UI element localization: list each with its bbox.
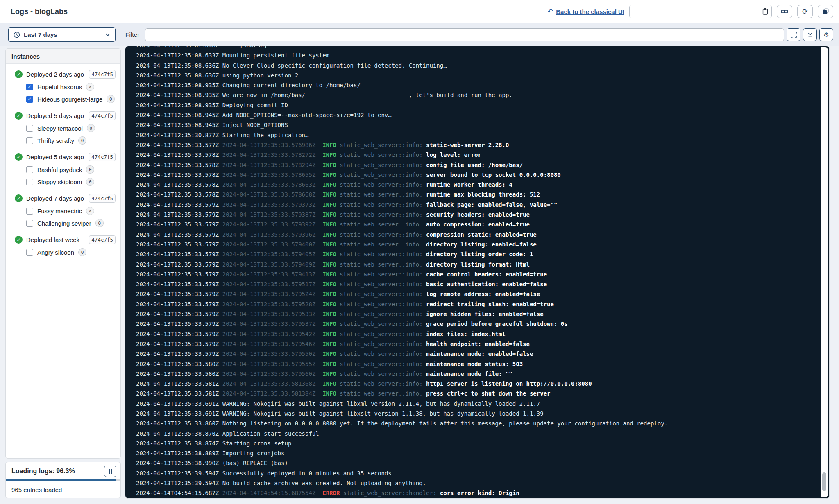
log-line: 2024-04-13T12:35:38.874Z Starting crons …: [136, 438, 819, 448]
deployment-group-row: ✓Deployed 5 days ago474c7f5: [6, 151, 120, 163]
instance-name[interactable]: Thrifty scrafty: [37, 137, 74, 144]
log-timestamp: 2024-04-13T12:35:33.578Z: [136, 172, 219, 178]
log-message: http1 server is listening on http://0.0.…: [426, 380, 592, 387]
log-message: Add NODE_OPTIONS=--max-old-space-size=19…: [222, 112, 392, 118]
log-level: INFO: [322, 281, 336, 287]
log-module: static_web_server::info:: [340, 301, 422, 307]
instance-name[interactable]: Sloppy skiploom: [37, 179, 82, 185]
instance-name[interactable]: Hopeful haxorus: [37, 84, 82, 90]
scroll-bottom-icon: [807, 32, 813, 37]
log-message: WARNING: Nokogiri was built against libx…: [222, 400, 540, 407]
deployment-group-row: ✓Deployed 5 days ago474c7f5: [6, 109, 120, 122]
instance-checkbox[interactable]: ✓: [26, 96, 33, 103]
instance-count-badge: 0: [78, 136, 86, 145]
log-line: 2024-04-13T12:35:33.579Z 2024-04-13T12:3…: [136, 230, 819, 240]
log-level: INFO: [322, 231, 336, 238]
log-line: 2024-04-13T12:35:08.935Z We are now in /…: [136, 90, 819, 100]
pause-loading-button[interactable]: [104, 466, 116, 477]
instance-checkbox[interactable]: ✓: [26, 84, 33, 90]
log-level: INFO: [322, 361, 336, 367]
filter-input[interactable]: [145, 28, 784, 41]
log-message: Starting the application…: [222, 132, 309, 138]
log-module: static_web_server::info:: [340, 181, 422, 188]
instance-name[interactable]: Bashful psyduck: [37, 166, 82, 173]
log-inner-timestamp: 2024-04-13T12:35:33.579400Z: [222, 241, 316, 248]
instance-checkbox[interactable]: [26, 249, 33, 256]
log-line: 2024-04-13T12:35:33.691Z WARNING: Nokogi…: [136, 409, 819, 418]
deployment-group-row: ✓Deployed 2 days ago474c7f5: [6, 68, 120, 81]
back-to-classical-ui-link[interactable]: ↶ Back to the classical UI: [547, 8, 624, 15]
refresh-button[interactable]: ⟳: [797, 5, 813, 18]
instance-checkbox[interactable]: [26, 166, 33, 173]
log-timestamp: 2024-04-13T12:35:33.580Z: [136, 361, 219, 367]
commit-hash-badge: 474c7f5: [89, 70, 116, 79]
deployed-check-icon: ✓: [15, 112, 23, 120]
duplicate-view-button[interactable]: [818, 5, 833, 18]
instance-count-badge: 0: [87, 124, 95, 132]
instance-name[interactable]: Challenging seviper: [37, 220, 91, 227]
log-timestamp: 2024-04-13T12:35:39.594Z: [136, 470, 219, 477]
log-timestamp: 2024-04-13T12:35:08.935Z: [136, 102, 219, 108]
log-level: INFO: [322, 201, 336, 208]
instance-checkbox[interactable]: [26, 137, 33, 144]
log-message: No Clever Cloud specific configuration f…: [222, 62, 447, 69]
console-scrollbar-thumb[interactable]: [822, 472, 826, 491]
log-module: static_web_server::info:: [340, 172, 422, 178]
date-range-dropdown[interactable]: Last 7 days: [8, 27, 116, 42]
log-message: redirect trailing slash: enabled=true: [426, 301, 554, 307]
clipboard-icon[interactable]: [762, 8, 768, 15]
commit-hash-badge: 474c7f5: [89, 111, 116, 120]
log-timestamp: 2024-04-13T12:35:33.691Z: [136, 410, 219, 417]
instance-checkbox[interactable]: [26, 125, 33, 132]
log-inner-timestamp: 2024-04-13T12:35:33.578655Z: [222, 172, 316, 178]
log-timestamp: 2024-04-13T12:35:33.578Z: [136, 191, 219, 198]
pause-icon: [109, 469, 110, 474]
log-module: static_web_server::info:: [340, 271, 422, 278]
instance-row: Thrifty scrafty0: [6, 134, 120, 147]
instance-checkbox[interactable]: [26, 179, 33, 185]
instance-checkbox[interactable]: [26, 220, 33, 227]
instance-name[interactable]: Fussy manectric: [37, 208, 82, 215]
log-level: INFO: [322, 142, 336, 148]
instance-checkbox[interactable]: [26, 208, 33, 215]
log-module: static_web_server::info:: [340, 380, 422, 387]
log-message: cors error kind: Origin: [440, 490, 519, 496]
header-search-input[interactable]: [633, 8, 762, 15]
log-inner-timestamp: 2024-04-13T12:35:33.579555Z: [222, 361, 316, 367]
log-line: 2024-04-13T12:35:33.579Z 2024-04-13T12:3…: [136, 289, 819, 299]
log-level: INFO: [322, 301, 336, 307]
log-inner-timestamp: 2024-04-13T12:35:33.579546Z: [222, 341, 316, 347]
fullscreen-icon: [791, 32, 797, 38]
log-message: Starting crons setup: [222, 440, 292, 447]
log-line: 2024-04-13T12:35:33.580Z 2024-04-13T12:3…: [136, 369, 819, 379]
scroll-to-bottom-button[interactable]: [803, 28, 817, 41]
log-module: static_web_server::info:: [340, 350, 422, 357]
log-module: static_web_server::info:: [340, 281, 422, 287]
copy-link-button[interactable]: [777, 5, 792, 18]
deployment-label: Deployed last week: [26, 236, 79, 243]
log-timestamp: 2024-04-13T12:35:33.581Z: [136, 380, 219, 387]
instance-name[interactable]: Angry silcoon: [37, 249, 74, 256]
fullscreen-button[interactable]: [787, 28, 800, 41]
log-inner-timestamp: 2024-04-13T12:35:33.578272Z: [222, 151, 316, 158]
instance-name[interactable]: Sleepy tentacool: [37, 125, 83, 132]
instance-name[interactable]: Hideous gourgeist-large: [37, 96, 102, 103]
settings-button[interactable]: ⚙: [819, 28, 833, 41]
log-timestamp: 2024-04-13T12:35:33.579Z: [136, 251, 219, 258]
log-line: 2024-04-13T12:35:33.578Z 2024-04-13T12:3…: [136, 180, 819, 190]
log-line: 2024-04-13T12:35:33.580Z 2024-04-13T12:3…: [136, 359, 819, 369]
log-message: runtime worker threads: 4: [426, 181, 512, 188]
log-inner-timestamp: 2024-04-13T12:35:33.576986Z: [222, 142, 316, 148]
log-timestamp: 2024-04-14T04:54:15.687Z: [136, 490, 219, 496]
instance-removed-icon: ×: [86, 207, 94, 215]
log-inner-timestamp: 2024-04-13T12:35:33.579533Z: [222, 311, 316, 317]
log-timestamp: 2024-04-13T12:35:33.581Z: [136, 390, 219, 397]
log-inner-timestamp: 2024-04-13T12:35:33.581384Z: [222, 390, 316, 397]
log-message: ignore hidden files: enabled=false: [426, 311, 544, 317]
deployment-group: ✓Deployed last week474c7f5Angry silcoon0: [6, 233, 120, 258]
log-inner-timestamp: 2024-04-13T12:35:33.579550Z: [222, 350, 316, 357]
log-inner-timestamp: 2024-04-13T12:35:33.579405Z: [222, 251, 316, 258]
console-scrollbar[interactable]: [821, 47, 828, 497]
log-line: 2024-04-13T12:35:08.945Z Add NODE_OPTION…: [136, 110, 819, 120]
log-inner-timestamp: 2024-04-13T12:35:33.581368Z: [222, 380, 316, 387]
